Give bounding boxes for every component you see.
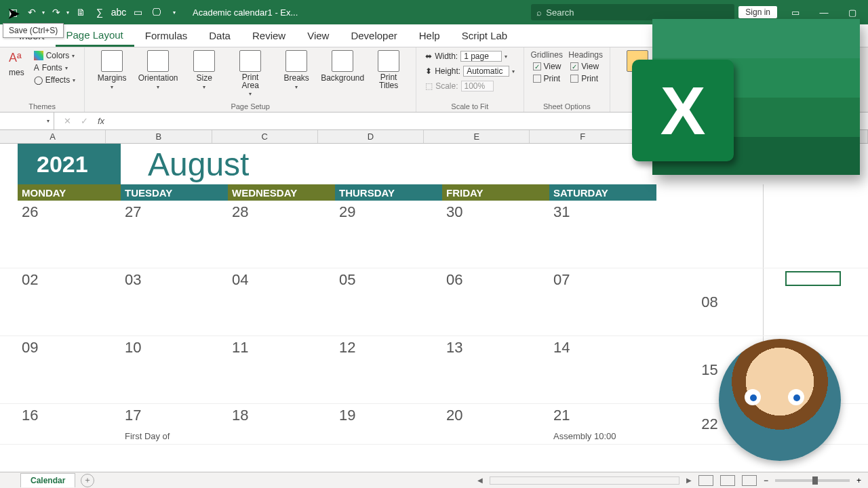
cal-cell[interactable]: 06	[442, 268, 549, 336]
maximize-button[interactable]: ▢	[842, 7, 863, 18]
spellcheck-icon[interactable]: abc	[111, 5, 126, 20]
horizontal-scrollbar[interactable]	[490, 476, 679, 485]
autosum-icon[interactable]: ∑	[92, 5, 107, 20]
cal-cell[interactable]: 19	[335, 404, 442, 444]
normal-view-button[interactable]	[698, 475, 713, 486]
active-cell[interactable]	[785, 271, 841, 286]
cal-cell[interactable]: 02	[18, 268, 121, 336]
cal-cell[interactable]: 18	[228, 404, 335, 444]
col-header-f[interactable]: F	[530, 130, 635, 143]
tab-data[interactable]: Data	[198, 24, 241, 47]
gridlines-label: Gridlines	[531, 50, 564, 60]
orientation-button[interactable]: Orientation▾	[138, 50, 178, 90]
qat-customize-dropdown[interactable]: ▾	[167, 5, 182, 20]
cal-cell[interactable]: 04	[228, 268, 335, 336]
col-header-d[interactable]: D	[318, 130, 424, 143]
margins-button[interactable]: Margins▾	[92, 50, 132, 90]
calendar-row: 26 27 28 29 30 31	[0, 201, 868, 268]
width-control[interactable]: ⬌ Width: 1 page▾	[423, 50, 516, 62]
calendar-year[interactable]: 2021	[18, 144, 121, 184]
page-break-view-button[interactable]	[742, 475, 757, 486]
autosave-toggle[interactable]: ◧	[5, 5, 20, 20]
group-label-page-setup: Page Setup	[231, 101, 270, 110]
headings-print-checkbox[interactable]: Print	[568, 73, 603, 84]
form-icon[interactable]: ▭	[130, 5, 145, 20]
tab-page-layout[interactable]: Page Layout	[56, 24, 134, 47]
ribbon-display-icon[interactable]: ▭	[785, 7, 806, 18]
tab-developer[interactable]: Developer	[340, 24, 408, 47]
add-sheet-button[interactable]: ＋	[81, 474, 94, 487]
col-header-a[interactable]: A	[0, 130, 106, 143]
cal-cell[interactable]: 27	[121, 201, 228, 268]
cal-cell[interactable]: 07	[549, 268, 656, 336]
excel-logo-overlay: X	[652, 19, 860, 175]
cal-cell[interactable]: 14	[549, 336, 656, 403]
cal-cell[interactable]: 29	[335, 201, 442, 268]
cal-cell[interactable]: 11	[228, 336, 335, 403]
tab-view[interactable]: View	[296, 24, 340, 47]
cal-cell[interactable]: 30	[442, 201, 549, 268]
zoom-slider[interactable]	[775, 479, 850, 482]
cal-cell[interactable]: 05	[335, 268, 442, 336]
cal-cell[interactable]: 17First Day of	[121, 404, 228, 444]
zoom-in-button[interactable]: +	[856, 476, 861, 485]
col-header-e[interactable]: E	[424, 130, 530, 143]
scale-control[interactable]: ⬚ Scale: 100%	[423, 80, 516, 92]
print-area-button[interactable]: Print Area▾	[230, 50, 271, 97]
height-control[interactable]: ⬍ Height: Automatic▾	[423, 65, 516, 77]
zoom-out-button[interactable]: −	[764, 476, 768, 485]
redo-dropdown[interactable]: ▾	[66, 9, 69, 16]
signin-button[interactable]: Sign in	[738, 6, 777, 18]
effects-dropdown[interactable]: ◯Effects ▾	[32, 75, 77, 85]
cal-cell[interactable]: 20	[442, 404, 549, 444]
cancel-formula-icon[interactable]: ✕	[64, 116, 71, 126]
fonts-dropdown[interactable]: AFonts ▾	[32, 62, 77, 73]
themes-label-partial[interactable]: mes	[7, 67, 26, 78]
cal-cell[interactable]: 08	[656, 268, 764, 336]
name-box[interactable]: ▾	[0, 113, 54, 129]
page-layout-view-button[interactable]	[720, 475, 735, 486]
undo-button[interactable]: ↶	[24, 5, 39, 20]
col-header-b[interactable]: B	[106, 130, 212, 143]
cal-cell[interactable]: 13	[442, 336, 549, 403]
cal-cell[interactable]: 26	[18, 201, 121, 268]
redo-button[interactable]: ↷	[49, 5, 64, 20]
cal-cell[interactable]: 09	[18, 336, 121, 403]
display-icon[interactable]: 🖵	[149, 5, 164, 20]
background-button[interactable]: Background	[322, 50, 363, 83]
cal-cell[interactable]	[656, 201, 764, 268]
breaks-button[interactable]: Breaks▾	[276, 50, 317, 90]
gridlines-print-checkbox[interactable]: Print	[531, 73, 564, 84]
cal-cell[interactable]: 16	[18, 404, 121, 444]
col-header-c[interactable]: C	[212, 130, 318, 143]
new-file-icon[interactable]: 🗎	[73, 5, 88, 20]
cal-cell[interactable]: 03	[121, 268, 228, 336]
sheet-tab-calendar[interactable]: Calendar	[20, 473, 75, 487]
group-sheet-options: Gridlines ✓View Print Headings ✓View Pri…	[524, 47, 611, 112]
gridlines-view-checkbox[interactable]: ✓View	[531, 61, 564, 72]
undo-dropdown[interactable]: ▾	[42, 9, 45, 16]
minimize-button[interactable]: —	[814, 7, 834, 18]
enter-formula-icon[interactable]: ✓	[81, 116, 88, 126]
day-tue: TUESDAY	[121, 184, 228, 201]
cal-cell[interactable]: 10	[121, 336, 228, 403]
day-fri: FRIDAY	[442, 184, 549, 201]
tab-formulas[interactable]: Formulas	[134, 24, 199, 47]
cal-cell[interactable]: 28	[228, 201, 335, 268]
colors-dropdown[interactable]: Colors ▾	[32, 50, 77, 61]
headings-view-checkbox[interactable]: ✓View	[568, 61, 603, 72]
cal-cell[interactable]: 21Assembly 10:00	[549, 404, 656, 444]
cal-cell[interactable]: 12	[335, 336, 442, 403]
themes-button[interactable]: Aª	[7, 50, 26, 66]
tab-help[interactable]: Help	[408, 24, 451, 47]
day-wed: WEDNESDAY	[228, 184, 335, 201]
group-label-themes: Themes	[28, 101, 56, 110]
tab-review[interactable]: Review	[241, 24, 296, 47]
fx-icon[interactable]: fx	[98, 116, 104, 126]
cal-cell[interactable]: 31	[549, 201, 656, 268]
group-themes: Aª mes Colors ▾ AFonts ▾ ◯Effects ▾ Them…	[0, 47, 85, 112]
tab-script-lab[interactable]: Script Lab	[451, 24, 519, 47]
size-button[interactable]: Size▾	[184, 50, 224, 90]
search-input[interactable]: ⌕ Search	[531, 4, 734, 20]
print-titles-button[interactable]: Print Titles	[368, 50, 409, 89]
